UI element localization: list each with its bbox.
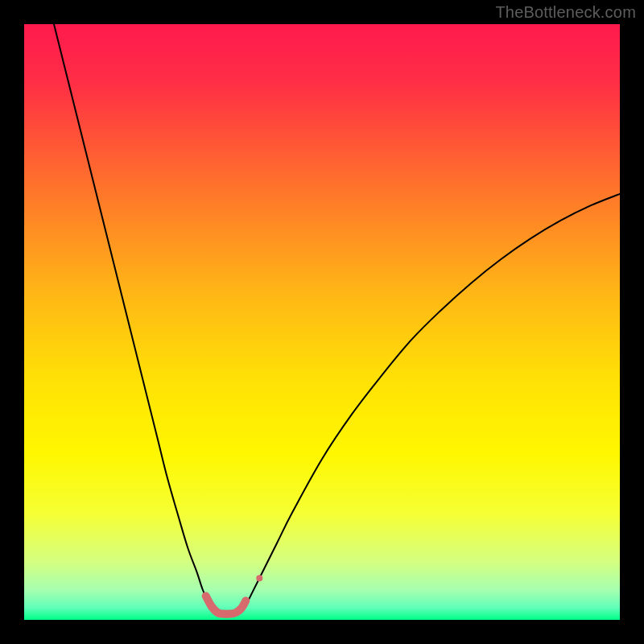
curve-valley-highlight [206,596,246,613]
watermark-text: TheBottleneck.com [495,3,636,22]
chart-frame: TheBottleneck.com [0,0,644,644]
curve-left-branch [54,24,213,608]
curve-right-branch [245,194,620,608]
marker-dot-right [256,575,262,581]
curve-layer [24,24,620,620]
plot-area [24,24,620,620]
